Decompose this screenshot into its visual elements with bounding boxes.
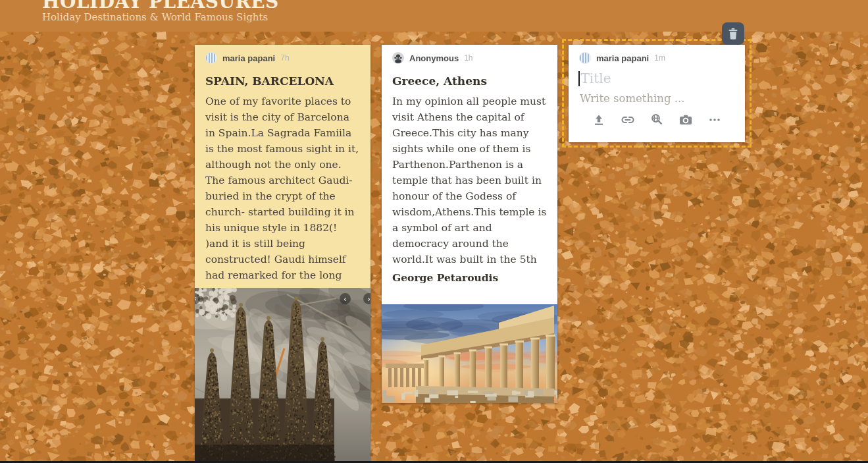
link-button[interactable] <box>621 113 635 127</box>
composer-time: 1m <box>654 53 665 63</box>
post-author-row: Anonymous 1h <box>392 52 547 64</box>
post-author: maria papani <box>222 53 275 63</box>
post-author-row: maria papani 7h <box>205 52 360 64</box>
post-card-athens[interactable]: Anonymous 1h Greece, Athens In my opinio… <box>382 45 557 403</box>
link-icon <box>621 113 635 126</box>
chevron-right-icon[interactable]: › <box>363 293 370 304</box>
anonymous-avatar-icon <box>392 52 404 64</box>
camera-button[interactable] <box>678 113 693 127</box>
new-post-composer[interactable]: maria papani 1m Title Write something ..… <box>569 45 745 142</box>
web-search-button[interactable] <box>650 113 664 127</box>
board-subtitle: Holiday Destinations & World Famous Sigh… <box>42 11 268 23</box>
text-cursor <box>578 71 580 86</box>
more-button[interactable] <box>707 113 722 127</box>
more-icon <box>707 113 722 126</box>
avatar <box>205 52 217 64</box>
post-signature: George Petaroudis <box>392 270 547 286</box>
body-input[interactable]: Write something ... <box>580 92 734 105</box>
post-author: Anonymous <box>409 53 459 63</box>
post-attachment-image[interactable]: ✕ ‹ › <box>195 288 370 463</box>
composer-author: maria papani <box>596 53 649 63</box>
camera-icon <box>678 113 693 126</box>
post-title: SPAIN, BARCELONA <box>205 74 360 88</box>
sagrada-familia-photo <box>195 288 370 463</box>
post-attachment-image[interactable] <box>382 304 557 403</box>
title-input[interactable]: Title <box>581 70 611 86</box>
post-card-barcelona[interactable]: maria papani 7h SPAIN, BARCELONA One of … <box>195 45 370 463</box>
parthenon-photo <box>382 304 557 403</box>
upload-icon <box>592 113 605 126</box>
delete-post-button[interactable] <box>722 22 744 45</box>
web-search-icon <box>650 113 663 126</box>
post-body: One of my favorite places to visit is th… <box>205 94 360 285</box>
upload-button[interactable] <box>592 113 606 127</box>
composer-toolbar <box>569 113 745 127</box>
post-title: Greece, Athens <box>392 74 547 88</box>
post-body: In my opinion all people must visit Athe… <box>392 94 547 270</box>
chevron-left-icon[interactable]: ‹ <box>340 293 351 304</box>
avatar <box>579 52 591 64</box>
post-time: 7h <box>280 53 289 63</box>
composer-author-row: maria papani 1m <box>579 52 734 64</box>
post-time: 1h <box>464 53 472 63</box>
trash-icon <box>728 28 738 40</box>
